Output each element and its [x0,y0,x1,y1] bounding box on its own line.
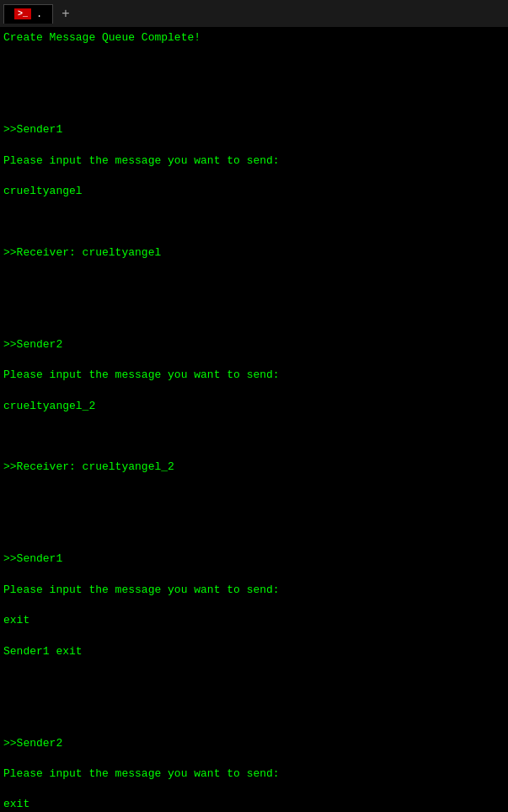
terminal-line: >>Sender2 [3,337,505,352]
terminal-line: >>Receiver: crueltyangel [3,245,505,261]
terminal-line [3,214,505,229]
tab-label: . [36,8,42,20]
active-tab[interactable]: >_ . [3,4,53,24]
terminal-line: Please input the message you want to sen… [3,153,505,169]
terminal-line: Please input the message you want to sen… [3,583,505,598]
terminal-line [3,92,505,107]
terminal-line: exit [3,613,505,628]
terminal-line: Please input the message you want to sen… [3,368,505,383]
terminal-line: Sender1 exit [3,644,505,659]
terminal-icon: >_ [14,8,31,19]
terminal-line: exit [3,797,505,812]
tab-bar: >_ . + [0,0,508,27]
terminal-line [3,429,505,444]
terminal-line [3,306,505,321]
terminal-line [3,491,505,506]
terminal-line: Please input the message you want to sen… [3,766,505,782]
terminal-line: >>Sender1 [3,551,505,567]
terminal-line [3,705,505,720]
terminal-body[interactable]: Create Message Queue Complete! >>Sender1… [0,27,508,812]
terminal-line: crueltyangel [3,184,505,199]
terminal-window: >_ . + Create Message Queue Complete! >>… [0,0,508,812]
terminal-line: >>Receiver: crueltyangel_2 [3,460,505,475]
terminal-line [3,276,505,291]
terminal-line: crueltyangel_2 [3,399,505,414]
new-tab-button[interactable]: + [55,6,76,21]
terminal-line [3,521,505,536]
terminal-line: Create Message Queue Complete! [3,30,505,46]
terminal-line: >>Sender1 [3,122,505,137]
terminal-line [3,675,505,690]
terminal-line: >>Sender2 [3,736,505,751]
terminal-line [3,61,505,76]
